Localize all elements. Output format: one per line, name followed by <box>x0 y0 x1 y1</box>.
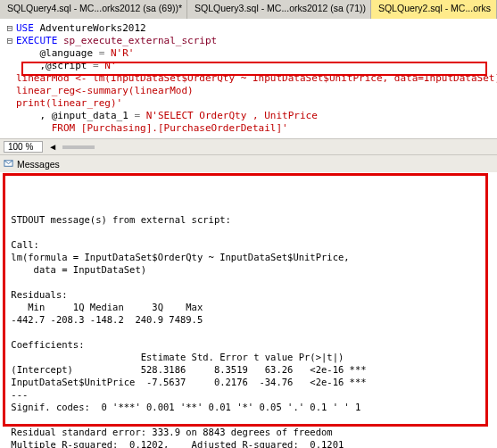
messages-output[interactable]: STDOUT message(s) from external script: … <box>0 172 497 448</box>
slider-left-icon[interactable]: ◄ <box>48 142 57 152</box>
messages-label: Messages <box>17 159 60 170</box>
messages-tab[interactable]: Messages <box>0 154 497 172</box>
zoom-select[interactable]: 100 % <box>4 141 43 153</box>
zoom-bar: 100 % ◄ <box>0 138 497 154</box>
tab-query4[interactable]: SQLQuery4.sql - MC...orks2012 (sa (69))* <box>0 0 187 19</box>
messages-icon <box>4 159 13 169</box>
tab-query2[interactable]: SQLQuery2.sql - MC...orks <box>371 0 497 19</box>
tab-query3[interactable]: SQLQuery3.sql - MC...orks2012 (sa (71)) <box>187 0 371 19</box>
editor-tab-bar: SQLQuery4.sql - MC...orks2012 (sa (69))*… <box>0 0 497 19</box>
sql-editor[interactable]: ⊟USE AdventureWorks2012 ⊟EXECUTE sp_exec… <box>0 19 497 138</box>
fold-icon[interactable]: ⊟ <box>4 35 16 47</box>
zoom-slider[interactable] <box>62 145 95 149</box>
fold-icon[interactable]: ⊟ <box>4 22 16 35</box>
